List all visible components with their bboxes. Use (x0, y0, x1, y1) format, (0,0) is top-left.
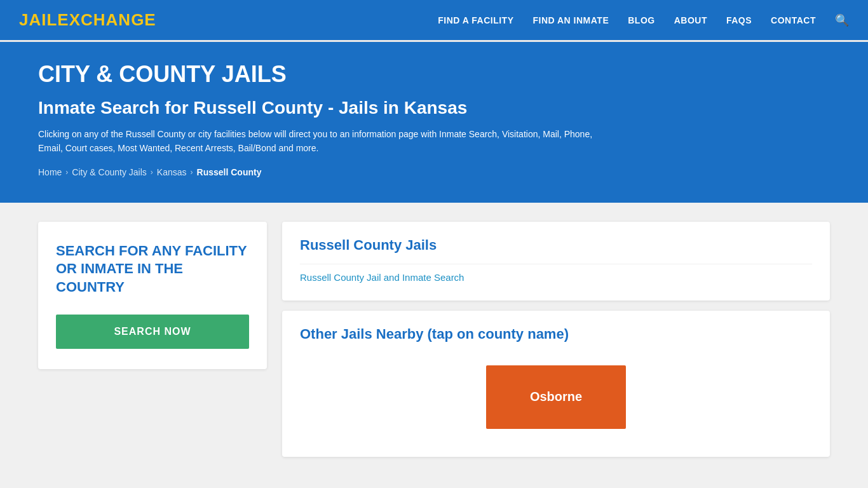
breadcrumb-category[interactable]: City & County Jails (72, 167, 146, 177)
main-nav: FIND A FACILITY FIND AN INMATE BLOG ABOU… (438, 13, 849, 27)
breadcrumb-current: Russell County (197, 167, 262, 177)
header-search-button[interactable]: 🔍 (835, 13, 849, 27)
nav-blog[interactable]: BLOG (628, 15, 654, 25)
site-header: JAILEXCHANGE FIND A FACILITY FIND AN INM… (0, 0, 868, 42)
breadcrumb-sep-2: › (151, 168, 153, 177)
breadcrumb: Home › City & County Jails › Kansas › Ru… (38, 167, 830, 177)
nav-find-facility[interactable]: FIND A FACILITY (438, 15, 513, 25)
facility-card: Russell County Jails Russell County Jail… (282, 222, 830, 301)
facility-card-heading: Russell County Jails (300, 237, 812, 254)
breadcrumb-state[interactable]: Kansas (157, 167, 187, 177)
page-subtitle: Inmate Search for Russell County - Jails… (38, 98, 830, 118)
nav-find-inmate[interactable]: FIND AN INMATE (532, 15, 609, 25)
nav-faqs[interactable]: FAQs (726, 15, 752, 25)
search-now-button[interactable]: SEARCH NOW (56, 315, 249, 349)
hero-section: CITY & COUNTY JAILS Inmate Search for Ru… (0, 42, 868, 203)
nav-about[interactable]: ABOUT (674, 15, 707, 25)
page-title: CITY & COUNTY JAILS (38, 61, 830, 88)
search-card-heading: SEARCH FOR ANY FACILITY OR INMATE IN THE… (56, 242, 249, 297)
nav-contact[interactable]: CONTACT (771, 15, 816, 25)
facility-link-1[interactable]: Russell County Jail and Inmate Search (300, 264, 812, 285)
right-column: Russell County Jails Russell County Jail… (282, 222, 830, 457)
main-content: SEARCH FOR ANY FACILITY OR INMATE IN THE… (0, 203, 868, 476)
breadcrumb-sep-3: › (191, 168, 193, 177)
breadcrumb-sep-1: › (65, 168, 68, 177)
site-logo[interactable]: JAILEXCHANGE (19, 10, 156, 30)
breadcrumb-home[interactable]: Home (38, 167, 62, 177)
county-box[interactable]: Osborne (486, 365, 626, 429)
map-block: Osborne (486, 359, 626, 435)
search-card: SEARCH FOR ANY FACILITY OR INMATE IN THE… (38, 222, 267, 369)
hero-description: Clicking on any of the Russell County or… (38, 127, 610, 156)
logo-jail: JAIL (19, 10, 57, 29)
nearby-card-heading: Other Jails Nearby (tap on county name) (300, 326, 812, 342)
map-area: Osborne (300, 353, 812, 442)
county-name: Osborne (530, 390, 582, 404)
logo-exchange: EXCHANGE (57, 10, 156, 29)
nearby-card: Other Jails Nearby (tap on county name) … (282, 311, 830, 457)
